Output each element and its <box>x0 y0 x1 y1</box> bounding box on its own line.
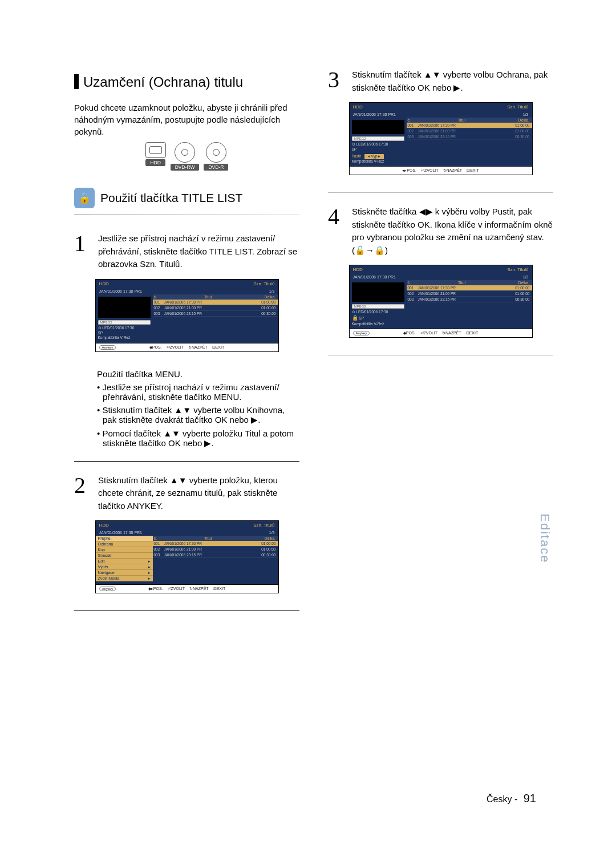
protect-value-button: ◂ Vyp ▸ <box>364 154 384 159</box>
osd-counter: 1/3 <box>269 531 275 535</box>
step-number: 3 <box>328 68 345 94</box>
col-num: č. <box>154 295 164 299</box>
table-row: 003JAN/01/2006 23:15 PR00:30:00 <box>153 311 278 317</box>
footer-return: ↻NAZPĚT <box>442 331 461 335</box>
separator <box>74 461 299 462</box>
step-text: Stisknutím tlačítek ▲▼ vyberte položku, … <box>98 474 299 513</box>
table-row: 003JAN/01/2006 23:15 PR00:30:00 <box>153 552 278 558</box>
dvdrw-icon: DVD-RW <box>171 142 200 171</box>
separator <box>74 610 299 611</box>
osd-media: HDD <box>353 104 363 110</box>
osd-meta-compat: Kompatibilita V-Rež <box>352 322 384 326</box>
osd-meta-date: ⊙ LED/01/2006 17:30 <box>98 326 135 330</box>
hdd-label: HDD <box>145 159 165 166</box>
table-row: 002JAN/01/2006 21:00 PR01:00:00 <box>153 547 278 552</box>
footer-return: ↻NAZPĚT <box>189 587 209 591</box>
col-title: Titul <box>164 295 252 299</box>
step-4: 4 Stiskněte tlačítka ◀▶ k výběru volby P… <box>328 205 553 257</box>
section-bar-icon <box>74 74 79 89</box>
protect-label: Pustit <box>352 154 361 159</box>
osd-list-title: Szn. Titulů <box>253 523 274 528</box>
menu-bullet: Pomocí tlačítek ▲▼ vyberte položku Titul… <box>103 428 299 448</box>
table-row: 001JAN/01/2006 17:30 PR01:00:00 <box>153 300 278 305</box>
anykey-badge: Anykey <box>353 331 370 335</box>
separator <box>74 214 299 215</box>
menu-item-edit: Edit ▸ <box>96 559 153 564</box>
menu-item-rename: Přejme. <box>96 536 153 541</box>
menu-heading: Použití tlačítka MENU. <box>97 369 299 379</box>
osd-screenshot-1: HDD Szn. Titulů JAN/01/2006 17:30 PR1 1/… <box>95 279 279 352</box>
menu-item-choose-media: Zvolit Média ▸ <box>96 576 153 581</box>
col-len: Délka <box>252 295 277 299</box>
footer-exit: ⊡EXIT <box>466 331 479 335</box>
osd-thumbnail <box>352 282 404 302</box>
menu-bullet: Stisknutím tlačítek ▲▼ vyberte volbu Kni… <box>103 405 299 425</box>
mpeg-badge: MPEG2 <box>352 304 404 309</box>
media-icon-row: HDD DVD-RW DVD-R <box>74 142 299 171</box>
table-row: 003JAN/01/2006 23:15 PR00:30:00 <box>407 134 532 140</box>
anykey-badge: Anykey <box>99 587 116 591</box>
dvdr-label: DVD-R <box>204 164 228 171</box>
osd-counter: 1/3 <box>269 289 275 293</box>
osd-counter: 1/3 <box>523 112 529 116</box>
footer-select: ⏎ZVOLIT <box>168 587 185 591</box>
separator <box>328 192 553 193</box>
footer-pos: ◆▸POS. <box>148 587 163 591</box>
footer-exit: ⊡EXIT <box>467 168 479 173</box>
step-number: 2 <box>74 474 91 513</box>
lock-icon: 🔒 <box>74 188 95 208</box>
footer-select: ⏎ZVOLIT <box>421 168 439 173</box>
step-text: Stisknutím tlačítek ▲▼ vyberte volbu Och… <box>352 68 553 94</box>
dvdr-icon: DVD-R <box>204 142 228 171</box>
step-1: 1 Jestliže se přístroj nachází v režimu … <box>74 232 299 271</box>
page-lang: Česky - <box>487 794 517 804</box>
osd-breadcrumb: JAN/01/2006 17:30 PR1 <box>99 289 143 293</box>
osd-screenshot-2: HDD Szn. Titulů JAN/01/2006 17:30 PR1 1/… <box>95 520 279 593</box>
footer-return: ↻NAZPĚT <box>188 345 208 350</box>
table-row: 002JAN/01/2006 21:00 PR01:00:00 <box>407 291 532 297</box>
osd-breadcrumb: JAN/01/2006 17:30 PR1 <box>353 112 396 116</box>
page-number: 91 <box>524 792 536 804</box>
osd-screenshot-3: HDD Szn. Titulů JAN/01/2006 17:30 PR1 1/… <box>349 102 533 175</box>
step-text: Jestliže se přístroj nachází v režimu za… <box>98 232 299 271</box>
anykey-badge: Anykey <box>99 345 116 350</box>
footer-pos: ◂▸POS. <box>402 168 416 173</box>
osd-thumbnail <box>98 297 151 318</box>
separator <box>328 355 553 355</box>
osd-meta-mode: SP <box>352 147 357 151</box>
footer-select: ⏎ZVOLIT <box>167 345 184 350</box>
footer-select: ⏎ZVOLIT <box>420 331 438 335</box>
footer-exit: ⊡EXIT <box>212 345 225 350</box>
osd-list-title: Szn. Titulů <box>253 281 274 286</box>
menu-bullet: Jestliže se přístroj nachází v režimu za… <box>103 382 299 402</box>
menu-item-navigate: Navigace ▸ <box>96 570 153 576</box>
step-number: 1 <box>74 232 91 271</box>
osd-media: HDD <box>99 281 109 286</box>
menu-item-delete: Smazat <box>96 553 153 559</box>
mpeg-badge: MPEG2 <box>98 320 151 325</box>
side-tab: Editace <box>537 514 552 563</box>
osd-meta-compat: Kompatibilita V-Rež <box>352 159 384 163</box>
page-footer: Česky - 91 <box>487 792 536 805</box>
subsection-title: Použití tlačítka TITLE LIST <box>100 191 242 205</box>
step-3: 3 Stisknutím tlačítek ▲▼ vyberte volbu O… <box>328 68 553 94</box>
section-title-text: Uzamčení (Ochrana) titulu <box>83 74 243 90</box>
step-2: 2 Stisknutím tlačítek ▲▼ vyberte položku… <box>74 474 299 513</box>
osd-meta-mode: SP <box>98 331 103 335</box>
section-title: Uzamčení (Ochrana) titulu <box>74 74 299 90</box>
footer-pos: ◆POS. <box>403 331 416 335</box>
osd-media: HDD <box>99 523 109 528</box>
step-text: Stiskněte tlačítka ◀▶ k výběru volby Pus… <box>352 205 553 257</box>
menu-item-copy: Kop. <box>96 547 153 553</box>
step-number: 4 <box>328 205 345 257</box>
mpeg-badge: MPEG2 <box>352 136 404 141</box>
table-row: 002JAN/01/2006 21:00 PR01:00:00 <box>407 128 532 134</box>
osd-counter: 1/3 <box>523 275 529 279</box>
osd-breadcrumb: JAN/01/2006 17:30 PR1 <box>353 275 396 279</box>
menu-item-select: Výběr ▸ <box>96 564 153 570</box>
menu-item-protect: Ochrana <box>96 541 153 547</box>
context-menu: Přejme. Ochrana Kop. Smazat Edit ▸ Výběr… <box>96 536 153 581</box>
intro-text: Pokud chcete uzamknout položku, abyste j… <box>74 102 299 138</box>
locked-icon: 🔒 <box>352 315 358 321</box>
dvdrw-label: DVD-RW <box>171 164 200 171</box>
